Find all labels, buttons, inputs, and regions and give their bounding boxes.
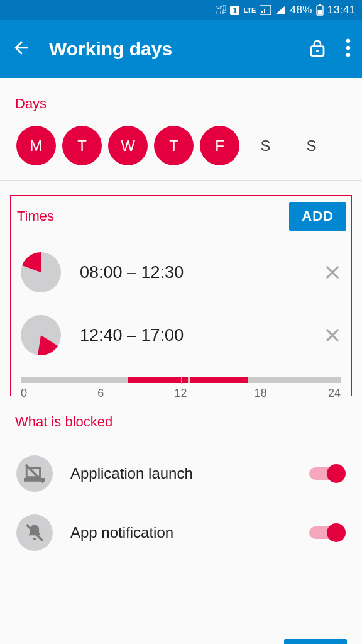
time-range-label: 08:00 – 12:30 bbox=[80, 263, 324, 282]
divider bbox=[0, 180, 362, 181]
svg-point-7 bbox=[346, 46, 351, 50]
clock: 13:41 bbox=[327, 4, 356, 16]
close-icon bbox=[324, 326, 341, 344]
lock-button[interactable] bbox=[308, 38, 327, 60]
back-button[interactable] bbox=[11, 38, 31, 60]
timeline-fill-1 bbox=[128, 377, 188, 383]
blocked-label: App notification bbox=[70, 524, 309, 541]
timeline-fill-2 bbox=[190, 377, 248, 383]
volte-icon: Vo)) LTE bbox=[216, 5, 227, 15]
unlock-icon bbox=[308, 38, 327, 58]
svg-point-6 bbox=[346, 39, 351, 43]
blocked-section-title: What is blocked bbox=[15, 414, 347, 430]
svg-point-5 bbox=[316, 50, 319, 52]
day-monday[interactable]: M bbox=[16, 126, 56, 165]
signal-full-icon bbox=[275, 5, 286, 15]
toggle-app-launch[interactable] bbox=[309, 464, 346, 483]
arrow-left-icon bbox=[11, 38, 31, 58]
toggle-app-notification[interactable] bbox=[309, 523, 346, 542]
svg-rect-2 bbox=[319, 4, 321, 6]
battery-percentage: 48% bbox=[290, 4, 312, 16]
page-title: Working days bbox=[49, 38, 308, 60]
times-section-title: Times bbox=[17, 208, 54, 225]
app-bar: Working days bbox=[0, 20, 362, 78]
blocked-label: Application launch bbox=[70, 465, 309, 482]
remove-time-button[interactable] bbox=[324, 326, 341, 344]
timeline: 0 6 12 18 24 bbox=[21, 377, 341, 384]
timeline-tick: 12 bbox=[174, 387, 187, 400]
overflow-menu-button[interactable] bbox=[346, 38, 351, 60]
lte-icon: LTE bbox=[243, 6, 256, 14]
blocked-row-app-notification[interactable]: App notification bbox=[15, 503, 347, 562]
day-saturday[interactable]: S bbox=[246, 126, 285, 165]
day-tuesday[interactable]: T bbox=[62, 126, 102, 165]
days-row: M T W T F S S bbox=[15, 126, 347, 165]
svg-point-8 bbox=[346, 53, 351, 57]
status-bar: Vo)) LTE 1 LTE 48% 13:41 bbox=[0, 0, 362, 20]
sim-slot-icon: 1 bbox=[230, 6, 239, 15]
more-vert-icon bbox=[346, 38, 351, 57]
clock-segment-icon bbox=[21, 252, 61, 292]
signal-icon bbox=[260, 5, 271, 15]
timeline-tick: 24 bbox=[328, 387, 341, 400]
bottom-button-peek bbox=[284, 639, 347, 644]
time-range-label: 12:40 – 17:00 bbox=[80, 326, 324, 345]
battery-icon bbox=[316, 4, 324, 16]
day-thursday[interactable]: T bbox=[154, 126, 194, 165]
times-section: Times ADD 08:00 – 12:30 12:40 – 17:00 bbox=[10, 195, 352, 396]
laptop-off-icon bbox=[16, 455, 53, 492]
close-icon bbox=[324, 264, 341, 281]
status-icons: Vo)) LTE 1 LTE 48% 13:41 bbox=[216, 4, 356, 16]
timeline-tick: 18 bbox=[255, 387, 267, 400]
time-row[interactable]: 12:40 – 17:00 bbox=[16, 308, 346, 363]
day-wednesday[interactable]: W bbox=[108, 126, 148, 165]
timeline-tick: 6 bbox=[97, 387, 104, 400]
blocked-row-app-launch[interactable]: Application launch bbox=[15, 444, 347, 503]
days-section-title: Days bbox=[15, 96, 347, 112]
bell-off-icon bbox=[16, 514, 53, 551]
day-sunday[interactable]: S bbox=[292, 126, 331, 165]
svg-rect-3 bbox=[317, 10, 322, 14]
clock-segment-icon bbox=[21, 315, 61, 355]
day-friday[interactable]: F bbox=[200, 126, 239, 165]
time-row[interactable]: 08:00 – 12:30 bbox=[16, 245, 346, 300]
remove-time-button[interactable] bbox=[324, 264, 341, 281]
timeline-tick: 0 bbox=[21, 387, 27, 400]
add-time-button[interactable]: ADD bbox=[289, 202, 346, 231]
